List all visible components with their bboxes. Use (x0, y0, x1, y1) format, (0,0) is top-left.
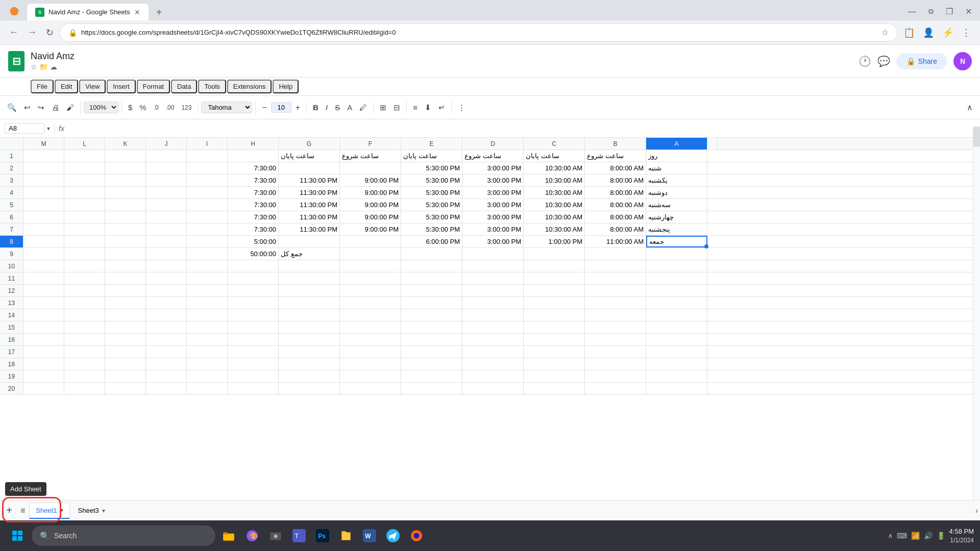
cell-f9[interactable] (340, 248, 401, 260)
cell-m4[interactable] (23, 187, 64, 198)
cell-m8[interactable] (23, 236, 64, 247)
cell-b15[interactable] (585, 321, 646, 333)
more-btn[interactable]: ⋮ (455, 101, 469, 114)
cell-i13[interactable] (187, 297, 228, 309)
cell-k14[interactable] (105, 309, 146, 321)
cell-e4[interactable]: 5:30:00 PM (401, 187, 462, 198)
cell-m5[interactable] (23, 199, 64, 211)
valign-btn[interactable]: ⬇ (422, 101, 434, 114)
cell-d8[interactable]: 3:00:00 PM (462, 236, 524, 247)
font-size-display[interactable]: 10 (271, 102, 291, 113)
menu-format[interactable]: Format (137, 80, 170, 93)
settings-icon[interactable]: ⋮ (959, 25, 974, 40)
tab-close-icon[interactable]: ✕ (134, 8, 140, 16)
cell-m20[interactable] (23, 383, 64, 394)
cell-m10[interactable] (23, 260, 64, 272)
cell-g12[interactable] (279, 285, 340, 296)
increase-font-btn[interactable]: + (292, 101, 303, 114)
cell-h4[interactable]: 7:30:00 (228, 187, 279, 198)
cell-l17[interactable] (64, 346, 105, 358)
cell-c18[interactable] (524, 358, 585, 370)
cell-k17[interactable] (105, 346, 146, 358)
cell-h17[interactable] (228, 346, 279, 358)
sound-icon[interactable]: 🔊 (924, 532, 933, 540)
cell-e20[interactable] (401, 383, 462, 394)
cell-e9[interactable] (401, 248, 462, 260)
share-button[interactable]: 🔒 Share (896, 53, 947, 69)
menu-data[interactable]: Data (171, 80, 197, 93)
cell-f2[interactable] (340, 162, 401, 174)
cell-e19[interactable] (401, 370, 462, 382)
cell-j19[interactable] (146, 370, 187, 382)
cell-b10[interactable] (585, 260, 646, 272)
cell-a15[interactable] (646, 321, 707, 333)
col-header-h[interactable]: H (228, 138, 279, 149)
cell-e6[interactable]: 5:30:00 PM (401, 211, 462, 223)
cell-i6[interactable] (187, 211, 228, 223)
cell-j18[interactable] (146, 358, 187, 370)
cell-m7[interactable] (23, 223, 64, 235)
cell-e2[interactable]: 5:30:00 PM (401, 162, 462, 174)
cell-c8[interactable]: 1:00:00 PM (524, 236, 585, 247)
cell-c11[interactable] (524, 272, 585, 284)
taskbar-icon-files[interactable] (336, 525, 356, 546)
cell-k9[interactable] (105, 248, 146, 260)
cell-j11[interactable] (146, 272, 187, 284)
cell-i1[interactable] (187, 150, 228, 162)
decimal-decrease-btn[interactable]: .0 (151, 102, 162, 113)
cell-k1[interactable] (105, 150, 146, 162)
col-header-i[interactable]: I (187, 138, 228, 149)
cell-m13[interactable] (23, 297, 64, 309)
cell-c12[interactable] (524, 285, 585, 296)
cell-e15[interactable] (401, 321, 462, 333)
cell-d4[interactable]: 3:00:00 PM (462, 187, 524, 198)
cell-l19[interactable] (64, 370, 105, 382)
cell-l11[interactable] (64, 272, 105, 284)
cell-i11[interactable] (187, 272, 228, 284)
cell-b8[interactable]: 11:00:00 AM (585, 236, 646, 247)
col-header-a[interactable]: A (646, 138, 707, 149)
cell-f5[interactable]: 9:00:00 PM (340, 199, 401, 211)
cell-i16[interactable] (187, 334, 228, 345)
cell-l20[interactable] (64, 383, 105, 394)
cell-a17[interactable] (646, 346, 707, 358)
vertical-scrollbar[interactable] (973, 127, 980, 500)
cell-f19[interactable] (340, 370, 401, 382)
cell-i18[interactable] (187, 358, 228, 370)
cell-i4[interactable] (187, 187, 228, 198)
col-header-f[interactable]: F (340, 138, 401, 149)
cell-j15[interactable] (146, 321, 187, 333)
cell-b13[interactable] (585, 297, 646, 309)
cell-m16[interactable] (23, 334, 64, 345)
taskbar-icon-telegram[interactable] (383, 525, 403, 546)
cell-k18[interactable] (105, 358, 146, 370)
cell-c20[interactable] (524, 383, 585, 394)
folder-icon[interactable]: 📁 (39, 63, 48, 71)
cell-h12[interactable] (228, 285, 279, 296)
cell-f3[interactable]: 9:00:00 PM (340, 174, 401, 186)
cell-b19[interactable] (585, 370, 646, 382)
cell-i19[interactable] (187, 370, 228, 382)
start-button[interactable] (6, 524, 29, 547)
sheet-nav-arrow[interactable]: › (975, 506, 978, 515)
cell-g18[interactable] (279, 358, 340, 370)
cell-k7[interactable] (105, 223, 146, 235)
cell-f6[interactable]: 9:00:00 PM (340, 211, 401, 223)
cell-f7[interactable]: 9:00:00 PM (340, 223, 401, 235)
cell-g1[interactable]: ساعت پایان (279, 150, 340, 162)
text-color-btn[interactable]: A (344, 101, 355, 114)
tray-arrow[interactable]: ∧ (888, 532, 893, 539)
col-header-k[interactable]: K (105, 138, 146, 149)
profile-icon[interactable]: 👤 (920, 25, 937, 40)
cell-d1[interactable]: ساعت شروع (462, 150, 524, 162)
wrap-btn[interactable]: ↵ (435, 101, 448, 114)
cell-b12[interactable] (585, 285, 646, 296)
cell-k2[interactable] (105, 162, 146, 174)
sheet-tab-sheet3[interactable]: Sheet3 ▾ (72, 503, 111, 519)
cell-i2[interactable] (187, 162, 228, 174)
cell-f18[interactable] (340, 358, 401, 370)
cell-b7[interactable]: 8:00:00 AM (585, 223, 646, 235)
cell-l1[interactable] (64, 150, 105, 162)
redo-btn[interactable]: ↪ (35, 101, 47, 114)
col-header-b[interactable]: B (585, 138, 646, 149)
